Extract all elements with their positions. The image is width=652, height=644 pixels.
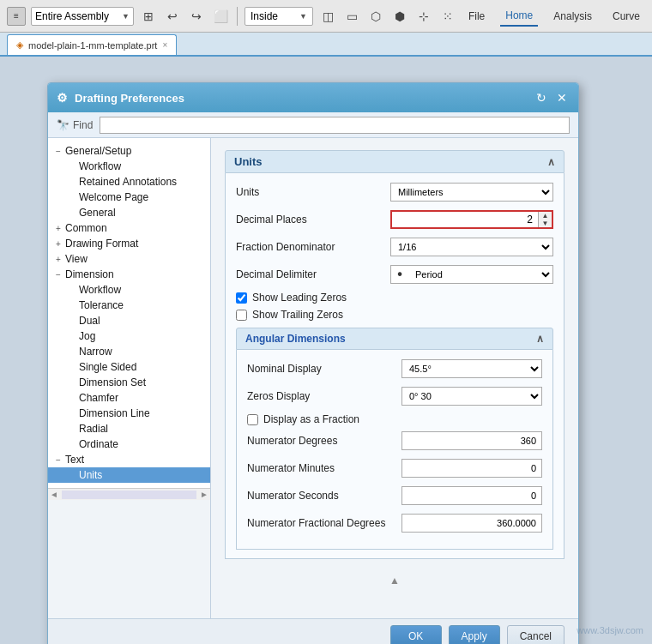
tree-item-label: Drawing Format xyxy=(65,238,138,250)
fraction-denom-label: Fraction Denominator xyxy=(236,241,390,253)
display-fraction-label[interactable]: Display as a Fraction xyxy=(263,413,359,425)
tree-item[interactable]: Tolerance xyxy=(48,298,210,313)
find-text: Find xyxy=(73,119,93,131)
tree-expander[interactable]: − xyxy=(51,455,65,465)
tree-item[interactable]: Workflow xyxy=(48,159,210,174)
dialog-search-area: 🔭 Find xyxy=(48,112,578,138)
show-leading-zeros-checkbox[interactable] xyxy=(236,292,247,304)
menu-curve[interactable]: Curve xyxy=(607,7,645,26)
icon-dots[interactable]: ⁙ xyxy=(438,7,457,26)
assembly-dropdown[interactable]: Entire Assembly ▼ xyxy=(31,7,134,26)
tree-item[interactable]: Dual xyxy=(48,313,210,328)
numerator-degrees-input[interactable] xyxy=(401,431,542,450)
numerator-degrees-label: Numerator Degrees xyxy=(247,435,401,447)
tree-item[interactable]: Ordinate xyxy=(48,436,210,452)
tree-item[interactable]: Radial xyxy=(48,421,210,436)
units-control: Millimeters Inches Centimeters xyxy=(390,183,553,202)
units-toggle-icon[interactable]: ∧ xyxy=(547,156,555,168)
tree-item-label: Workflow xyxy=(79,284,121,296)
tree-expander[interactable]: + xyxy=(51,239,65,249)
tree-item[interactable]: −Dimension xyxy=(48,267,210,282)
tree-expander[interactable]: − xyxy=(51,270,65,280)
numerator-minutes-input[interactable] xyxy=(401,459,542,478)
decimal-delim-row: Decimal Delimiter • Period Comma xyxy=(236,264,553,285)
redo-icon[interactable]: ↪ xyxy=(187,7,206,26)
tree-item-label: Chamfer xyxy=(79,392,118,404)
tree-item[interactable]: Units xyxy=(48,467,210,483)
dialog-footer: OK Apply Cancel xyxy=(48,618,578,644)
decimal-delim-select[interactable]: Period Comma xyxy=(408,266,552,283)
dialog-titlebar: ⚙ Drafting Preferences ↻ ✕ xyxy=(48,83,578,112)
h-scrollbar[interactable] xyxy=(62,491,196,499)
menu-home[interactable]: Home xyxy=(500,6,538,27)
tree-item-label: Jog xyxy=(79,330,95,342)
undo-icon[interactable]: ↩ xyxy=(163,7,182,26)
tree-item[interactable]: −General/Setup xyxy=(48,143,210,159)
icon-3d1[interactable]: ⬡ xyxy=(366,7,385,26)
tree-item[interactable]: Single Sided xyxy=(48,359,210,375)
tab-icon: ◈ xyxy=(16,39,23,51)
tree-expander[interactable]: − xyxy=(51,147,65,156)
icon-box[interactable]: ⬜ xyxy=(211,7,230,26)
tab-model[interactable]: ◈ model-plain-1-mm-template.prt × xyxy=(7,34,177,55)
numerator-fractional-input[interactable] xyxy=(401,514,542,533)
tree-item-label: Text xyxy=(65,454,84,466)
tree-item[interactable]: −Text xyxy=(48,452,210,467)
numerator-seconds-input[interactable] xyxy=(401,486,542,505)
search-input[interactable] xyxy=(100,117,570,134)
dialog-refresh-btn[interactable]: ↻ xyxy=(534,90,549,105)
find-label: 🔭 Find xyxy=(57,119,93,131)
tree-item[interactable]: Dimension Line xyxy=(48,406,210,421)
tree-item[interactable]: +Common xyxy=(48,220,210,236)
icon-shape2[interactable]: ▭ xyxy=(342,7,361,26)
apply-button[interactable]: Apply xyxy=(449,625,500,645)
fraction-denom-select[interactable]: 1/16 1/8 1/4 1/2 xyxy=(390,238,553,256)
show-trailing-zeros-label[interactable]: Show Trailing Zeros xyxy=(252,309,343,321)
show-trailing-zeros-checkbox[interactable] xyxy=(236,310,247,321)
menu-file[interactable]: File xyxy=(463,7,490,26)
tree-item[interactable]: Workflow xyxy=(48,282,210,298)
icon-3d2[interactable]: ⬢ xyxy=(390,7,409,26)
cancel-button[interactable]: Cancel xyxy=(507,625,564,645)
scroll-left-icon[interactable]: ◄ xyxy=(48,490,60,499)
show-leading-zeros-row: Show Leading Zeros xyxy=(236,292,553,304)
display-fraction-checkbox[interactable] xyxy=(247,414,258,425)
show-leading-zeros-label[interactable]: Show Leading Zeros xyxy=(252,292,347,304)
tree-item-label: Units xyxy=(79,469,102,481)
decimal-places-input[interactable] xyxy=(392,214,538,226)
decimal-places-label: Decimal Places xyxy=(236,214,390,226)
tree-expander[interactable]: + xyxy=(51,255,65,264)
decimal-delim-label: Decimal Delimiter xyxy=(236,268,390,280)
assembly-label: Entire Assembly xyxy=(35,10,109,22)
tree-expander[interactable]: + xyxy=(51,224,65,233)
tree-item[interactable]: Retained Annotations xyxy=(48,174,210,190)
tree-item[interactable]: +Drawing Format xyxy=(48,236,210,251)
menu-analysis[interactable]: Analysis xyxy=(548,7,597,26)
inside-dropdown[interactable]: Inside ▼ xyxy=(244,7,313,26)
scroll-right-icon[interactable]: ► xyxy=(198,490,210,499)
nominal-display-label: Nominal Display xyxy=(247,363,401,375)
numerator-minutes-label: Numerator Minutes xyxy=(247,462,401,474)
tree-item[interactable]: Dimension Set xyxy=(48,375,210,390)
content-scroll-arrow: ▲ xyxy=(225,569,564,588)
tree-scroll-bottom: ◄ ► xyxy=(48,488,210,500)
angular-toggle-icon[interactable]: ∧ xyxy=(536,333,544,345)
menu-btn[interactable]: ≡ xyxy=(7,7,26,26)
icon-shape1[interactable]: ◫ xyxy=(318,7,337,26)
tree-item[interactable]: +View xyxy=(48,251,210,267)
tree-item[interactable]: General xyxy=(48,205,210,220)
tab-close-icon[interactable]: × xyxy=(162,40,167,50)
ok-button[interactable]: OK xyxy=(390,625,442,645)
tree-item[interactable]: Welcome Page xyxy=(48,190,210,205)
tree-item[interactable]: Jog xyxy=(48,328,210,344)
tree-item[interactable]: Narrow xyxy=(48,344,210,359)
nominal-display-select[interactable]: 45.5° xyxy=(401,359,542,378)
zeros-display-select[interactable]: 0° 30 xyxy=(401,387,542,406)
tree-item[interactable]: Chamfer xyxy=(48,390,210,406)
units-select[interactable]: Millimeters Inches Centimeters xyxy=(390,183,553,202)
icon-grid[interactable]: ⊹ xyxy=(414,7,433,26)
spinbox-up-btn[interactable]: ▲ xyxy=(539,212,552,220)
dialog-close-btn[interactable]: ✕ xyxy=(554,90,570,105)
spinbox-down-btn[interactable]: ▼ xyxy=(539,220,552,227)
icon-tool1[interactable]: ⊞ xyxy=(139,7,158,26)
